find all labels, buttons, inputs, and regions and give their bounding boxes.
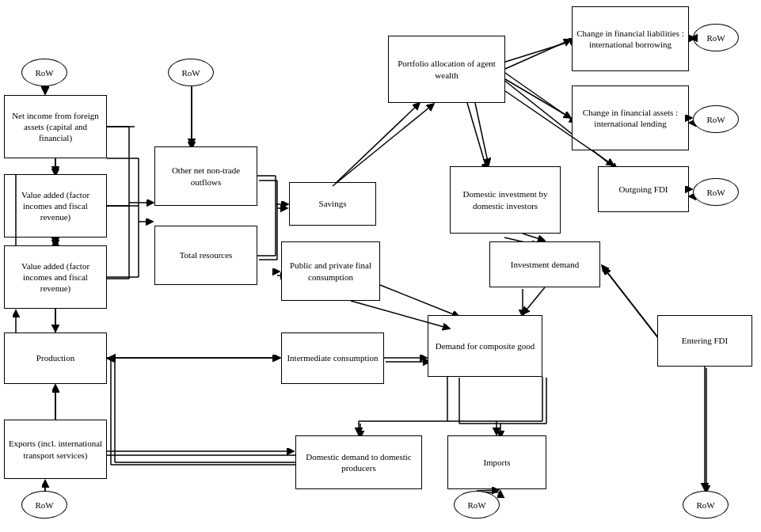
svg-line-34 (603, 268, 661, 342)
row-oval-5: RoW (683, 491, 729, 519)
domestic-demand-box: Domestic demand to domestic producers (295, 435, 422, 489)
demand-composite-box: Demand for composite good (428, 315, 542, 377)
svg-line-78 (523, 287, 545, 314)
savings-box: Savings (289, 182, 376, 226)
entering-fdi-box: Entering FDI (657, 315, 752, 367)
other-net-box: Other net non-trade outflows (154, 146, 257, 206)
row-oval-4: RoW (454, 491, 500, 519)
row-oval-8: RoW (693, 178, 739, 206)
outgoing-fdi-box: Outgoing FDI (598, 166, 689, 212)
svg-line-20 (333, 103, 420, 186)
change-assets-box: Change in financial assets : internation… (572, 86, 689, 150)
change-liab-box: Change in financial liabilities : intern… (572, 6, 689, 71)
total-resources-box: Total resources (154, 226, 257, 285)
svg-line-25 (467, 103, 487, 170)
value-added-1-box: Value added (factor incomes and fiscal r… (4, 174, 107, 238)
row-oval-6: RoW (693, 24, 739, 51)
imports-box: Imports (447, 435, 546, 489)
invest-demand-box: Investment demand (489, 241, 600, 287)
svg-line-69 (333, 104, 434, 186)
svg-line-71 (505, 79, 571, 118)
row-oval-3: RoW (21, 491, 67, 519)
row-oval-1: RoW (21, 59, 67, 86)
svg-line-70 (505, 40, 571, 69)
domestic-invest-box: Domestic investment by domestic investor… (450, 166, 561, 234)
exports-box: Exports (incl. international transport s… (4, 420, 107, 479)
value-added-2-box: Value added (factor incomes and fiscal r… (4, 245, 107, 309)
row-oval-2: RoW (168, 59, 214, 86)
svg-line-72 (475, 103, 489, 165)
net-income-box: Net income from foreign assets (capital … (4, 95, 107, 158)
svg-line-21 (380, 285, 459, 317)
public-final-box: Public and private final consumption (281, 241, 380, 301)
svg-line-24 (503, 71, 576, 123)
diagram-container: Net income from foreign assets (capital … (0, 0, 761, 532)
svg-line-81 (602, 265, 657, 336)
row-oval-7: RoW (693, 105, 739, 133)
svg-line-77 (523, 234, 545, 241)
intermediate-box: Intermediate consumption (281, 332, 384, 384)
production-box: Production (4, 332, 107, 384)
portfolio-box: Portfolio allocation of agent wealth (388, 36, 505, 103)
